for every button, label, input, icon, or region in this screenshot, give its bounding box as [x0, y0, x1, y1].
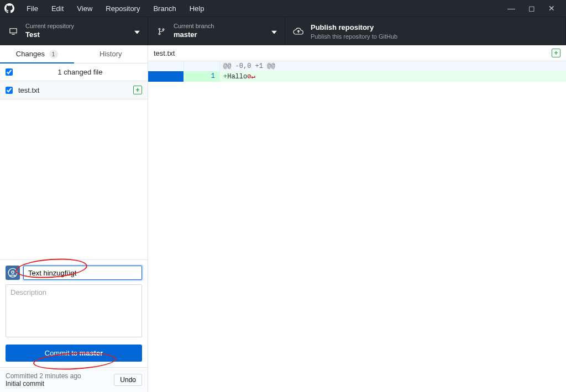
- branch-label: Current branch: [174, 23, 214, 30]
- commit-form: Commit to master: [0, 259, 148, 367]
- commit-button-branch: master: [80, 349, 103, 357]
- menu-branch[interactable]: Branch: [146, 1, 182, 16]
- cloud-upload-icon: [293, 28, 304, 35]
- changed-file-row[interactable]: test.txt +: [0, 81, 148, 99]
- last-commit-time: Committed 2 minutes ago: [6, 372, 114, 380]
- menu-help[interactable]: Help: [183, 1, 211, 16]
- menu-edit[interactable]: Edit: [45, 1, 70, 16]
- publish-repository-button[interactable]: Publish repository Publish this reposito…: [285, 17, 566, 45]
- toolbar: Current repository Test Current branch m…: [0, 17, 566, 45]
- chevron-down-icon: [271, 27, 277, 35]
- file-name: test.txt: [18, 86, 133, 94]
- commit-summary-input[interactable]: [23, 266, 142, 280]
- svg-point-0: [159, 28, 160, 30]
- minimize-icon[interactable]: —: [507, 4, 515, 13]
- svg-point-4: [12, 271, 14, 274]
- menu-items: File Edit View Repository Branch Help: [20, 1, 211, 16]
- tab-changes[interactable]: Changes 1: [0, 45, 74, 63]
- git-branch-icon: [156, 27, 167, 36]
- tab-history-label: History: [99, 50, 122, 58]
- select-all-checkbox[interactable]: [6, 68, 13, 76]
- publish-title: Publish repository: [311, 23, 397, 33]
- commit-button-prefix: Commit to: [45, 349, 80, 357]
- diff-gutter-new: 1: [184, 71, 220, 82]
- github-logo-icon: [3, 2, 15, 14]
- svg-point-1: [159, 33, 160, 34]
- monitor-icon: [8, 28, 19, 35]
- last-commit-row: Committed 2 minutes ago Initial commit U…: [0, 367, 148, 392]
- svg-point-2: [163, 29, 164, 30]
- menu-view[interactable]: View: [70, 1, 99, 16]
- menu-repository[interactable]: Repository: [99, 1, 146, 16]
- tab-history[interactable]: History: [74, 45, 148, 63]
- repo-name: Test: [25, 30, 74, 40]
- tab-changes-label: Changes: [16, 50, 45, 58]
- changes-summary-text: 1 changed file: [18, 68, 142, 76]
- main-content: Changes 1 History 1 changed file test.tx…: [0, 45, 566, 392]
- current-repository-selector[interactable]: Current repository Test: [0, 17, 148, 45]
- no-newline-icon: ⊘↵: [247, 73, 255, 81]
- diff-header: test.txt +: [148, 45, 566, 61]
- diff-body: @@ -0,0 +1 @@ 1 +Hallo⊘↵: [148, 61, 566, 82]
- last-commit-message: Initial commit: [6, 380, 114, 388]
- current-branch-selector[interactable]: Current branch master: [148, 17, 285, 45]
- diff-gutter-old: [148, 71, 184, 82]
- branch-name: master: [174, 30, 214, 40]
- changes-count-badge: 1: [49, 50, 58, 59]
- menu-file[interactable]: File: [20, 1, 45, 16]
- diff-line-text: Hallo: [227, 73, 247, 81]
- sidebar: Changes 1 History 1 changed file test.tx…: [0, 45, 148, 392]
- diff-line[interactable]: 1 +Hallo⊘↵: [148, 71, 566, 82]
- sidebar-tabs: Changes 1 History: [0, 45, 148, 63]
- maximize-icon[interactable]: ◻: [528, 4, 535, 13]
- diff-hunk-text: @@ -0,0 +1 @@: [220, 61, 566, 71]
- publish-subtitle: Publish this repository to GitHub: [311, 33, 397, 40]
- diff-hunk-header: @@ -0,0 +1 @@: [148, 61, 566, 71]
- diff-added-icon: +: [552, 49, 560, 57]
- menu-bar: File Edit View Repository Branch Help — …: [0, 0, 566, 17]
- chevron-down-icon: [134, 27, 140, 35]
- commit-description-input[interactable]: [6, 284, 142, 337]
- diff-panel: test.txt + @@ -0,0 +1 @@ 1 +Hallo⊘↵: [148, 45, 566, 392]
- avatar-icon: [6, 266, 20, 280]
- commit-button[interactable]: Commit to master: [6, 345, 142, 362]
- diff-added-icon: +: [133, 86, 142, 94]
- file-checkbox[interactable]: [6, 87, 13, 94]
- undo-button[interactable]: Undo: [114, 374, 142, 386]
- diff-filename: test.txt: [154, 49, 552, 57]
- close-icon[interactable]: ✕: [548, 4, 555, 13]
- repo-label: Current repository: [25, 23, 74, 30]
- window-controls: — ◻ ✕: [507, 4, 563, 13]
- changes-summary-row: 1 changed file: [0, 63, 148, 81]
